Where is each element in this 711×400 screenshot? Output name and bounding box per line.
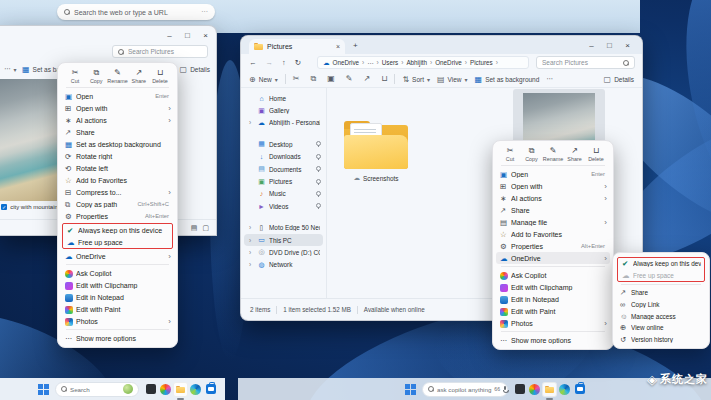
sidebar-item-videos[interactable]: ►Videos — [244, 200, 323, 212]
details-button[interactable]: ▢ Details — [180, 65, 210, 74]
menu-item-open[interactable]: ▣OpenEnter — [496, 168, 610, 180]
menu-item-properties[interactable]: ⚙PropertiesAlt+Enter — [61, 210, 174, 222]
file-label[interactable]: ✓ city with mountains — [0, 204, 62, 210]
cut-button[interactable]: ✂Cut — [500, 146, 520, 162]
browser-search-bar[interactable]: Search the web or type a URL ⋯ — [57, 4, 215, 20]
copy-button[interactable]: ⧉ — [310, 74, 316, 84]
cut-button[interactable]: ✂Cut — [65, 68, 85, 84]
menu-item-ask-copilot[interactable]: Ask Copilot — [61, 267, 174, 279]
menu-item-rotate-right[interactable]: ⟳Rotate right — [61, 150, 174, 162]
search-pictures-box[interactable]: Search Pictures — [536, 56, 635, 69]
taskbar-search-box[interactable]: Search — [55, 382, 139, 397]
edge-button[interactable] — [557, 382, 572, 397]
menu-item-manage-access[interactable]: ☺Manage access — [616, 310, 706, 322]
menu-item-view-online[interactable]: ⊕View online — [616, 322, 706, 334]
store-button[interactable] — [572, 382, 587, 397]
breadcrumb[interactable]: ☁ OneDrive›⋯›Users›Abhijith›OneDrive›Pic… — [317, 56, 529, 69]
sidebar-item-documents[interactable]: ▤Documents — [244, 163, 323, 175]
menu-item-show-more-options[interactable]: ⋯Show more options — [61, 332, 174, 344]
delete-button[interactable]: ⊔Delete — [150, 68, 170, 84]
menu-item-free-up-space[interactable]: ☁Free up space — [63, 236, 172, 248]
sidebar-item-gallery[interactable]: ▣Gallery — [244, 104, 323, 116]
menu-item-edit-in-notepad[interactable]: Edit in Notepad — [496, 293, 610, 305]
breadcrumb-item-[interactable]: ⋯ — [367, 59, 373, 66]
menu-item-edit-with-clipchamp[interactable]: Edit with Clipchamp — [61, 279, 174, 291]
sidebar-item-music[interactable]: ♪Music — [244, 188, 323, 200]
menu-item-onedrive[interactable]: ☁OneDrive› — [61, 250, 174, 262]
menu-item-show-more-options[interactable]: ⋯Show more options — [496, 334, 610, 346]
menu-item-always-keep-on-this-device[interactable]: ✔Always keep on this device — [63, 224, 172, 236]
maximize-button[interactable]: □ — [603, 40, 616, 51]
menu-item-version-history[interactable]: ↺Version history — [616, 334, 706, 346]
menu-item-onedrive[interactable]: ☁OneDrive› — [496, 252, 610, 264]
forward-button[interactable]: → — [266, 58, 274, 67]
menu-item-share[interactable]: ↗Share — [61, 126, 174, 138]
minimize-button[interactable]: – — [585, 40, 598, 51]
menu-item-add-to-favorites[interactable]: ☆Add to Favorites — [61, 174, 174, 186]
maximize-button[interactable]: □ — [181, 30, 194, 41]
menu-item-share[interactable]: ↗Share — [616, 287, 706, 299]
task-view-button[interactable] — [143, 382, 158, 397]
menu-item-edit-with-clipchamp[interactable]: Edit with Clipchamp — [496, 281, 610, 293]
sidebar-item-this-pc[interactable]: ›▭This PC — [244, 234, 323, 246]
start-button[interactable] — [38, 384, 49, 395]
sidebar-item-home[interactable]: ⌂Home — [244, 92, 323, 104]
microphone-icon[interactable] — [503, 386, 507, 393]
tab-close-icon[interactable]: × — [336, 43, 340, 50]
rename-button[interactable]: ✎ — [346, 74, 353, 84]
toolbar-more-button[interactable]: ⋯ ▾ — [4, 65, 17, 73]
menu-item-free-up-space[interactable]: ☁Free up space — [618, 270, 704, 282]
file-item-screenshots[interactable]: ☁ Screenshots — [336, 94, 416, 186]
sidebar-item-pictures[interactable]: ▣Pictures — [244, 175, 323, 187]
menu-item-open-with[interactable]: ⊞Open with› — [61, 102, 174, 114]
close-button[interactable]: × — [621, 40, 634, 51]
sidebar-item-dvd-drive-d-ccc[interactable]: ›◎DVD Drive (D:) CCC — [244, 246, 323, 258]
back-button[interactable]: ← — [249, 58, 257, 67]
details-button[interactable]: ▢ Details — [604, 75, 634, 84]
expand-chevron-icon[interactable]: › — [249, 261, 254, 268]
rename-button[interactable]: ✎Rename — [108, 68, 128, 84]
menu-item-open[interactable]: ▣OpenEnter — [61, 90, 174, 102]
copy-button[interactable]: ⧉Copy — [522, 146, 542, 162]
minimize-button[interactable]: – — [163, 30, 176, 41]
copilot-button[interactable] — [527, 382, 542, 397]
menu-item-photos[interactable]: Photos› — [61, 315, 174, 327]
selected-image-thumbnail[interactable] — [0, 79, 62, 201]
taskbar-copilot-search-box[interactable]: ask copilot anything 66 — [422, 382, 508, 397]
menu-item-always-keep-on-this-device[interactable]: ✔Always keep on this device — [618, 258, 704, 270]
copilot-button[interactable] — [158, 382, 173, 397]
new-tab-button[interactable]: + — [353, 41, 358, 50]
menu-item-edit-in-notepad[interactable]: Edit in Notepad — [61, 291, 174, 303]
sidebar-item-downloads[interactable]: ↓Downloads — [244, 151, 323, 163]
refresh-button[interactable]: ↻ — [295, 58, 301, 67]
sidebar-item-network[interactable]: ›◍Network — [244, 259, 323, 271]
paste-button[interactable]: ▣ — [327, 74, 335, 84]
cut-button[interactable]: ✂ — [293, 74, 300, 84]
breadcrumb-item-abhijith[interactable]: Abhijith — [406, 59, 427, 66]
sort-button[interactable]: ⇅ Sort ▾ — [402, 75, 430, 84]
search-pictures-box[interactable]: Search Pictures — [112, 45, 208, 58]
more-icon[interactable]: ⋯ — [201, 8, 208, 16]
menu-item-edit-with-paint[interactable]: Edit with Paint — [61, 303, 174, 315]
thumbnail-view-toggle-icon[interactable]: ▢ — [202, 224, 209, 232]
breadcrumb-item-users[interactable]: Users — [382, 59, 398, 66]
menu-item-ai-actions[interactable]: ∗AI actions› — [496, 192, 610, 204]
menu-item-ask-copilot[interactable]: Ask Copilot — [496, 269, 610, 281]
sidebar-item-desktop[interactable]: ▦Desktop — [244, 138, 323, 150]
share-button[interactable]: ↗ — [363, 74, 370, 84]
breadcrumb-item-onedrive[interactable]: OneDrive — [333, 59, 360, 66]
expand-chevron-icon[interactable]: › — [249, 249, 254, 256]
menu-item-photos[interactable]: Photos› — [496, 317, 610, 329]
sidebar-item-abhijith-personal[interactable]: ›☁Abhijith - Personal — [244, 117, 323, 129]
file-explorer-button[interactable] — [542, 382, 557, 397]
menu-item-compress-to[interactable]: ⊟Compress to...› — [61, 186, 174, 198]
menu-item-copy-link[interactable]: ∞Copy Link — [616, 299, 706, 311]
set-as-background-button[interactable]: ▦ Set as background — [475, 75, 540, 84]
store-button[interactable] — [203, 382, 218, 397]
checkbox-checked-icon[interactable]: ✓ — [1, 204, 7, 210]
view-button[interactable]: ▤ View ▾ — [437, 75, 468, 84]
tab-pictures[interactable]: Pictures × — [249, 39, 345, 54]
weather-icon[interactable] — [123, 384, 133, 394]
new-button[interactable]: ⊕ New ▾ — [249, 75, 278, 84]
edge-button[interactable] — [188, 382, 203, 397]
